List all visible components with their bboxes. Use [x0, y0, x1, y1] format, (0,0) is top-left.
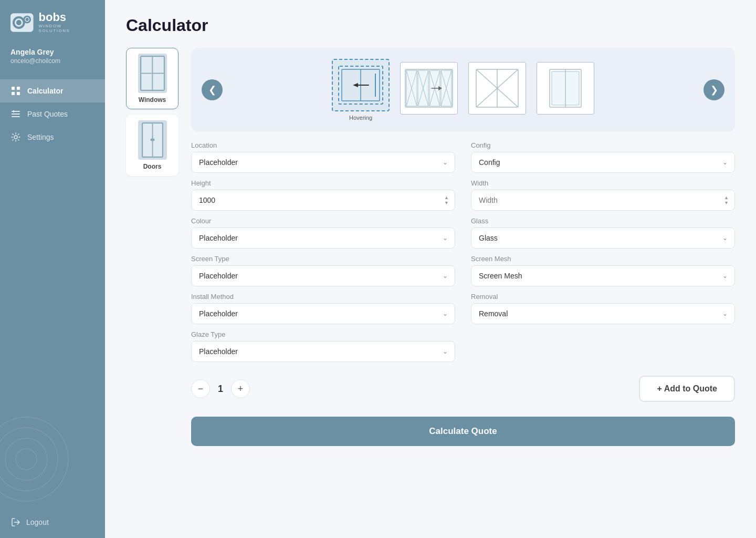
screen-mesh-label: Screen Mesh: [471, 255, 735, 263]
screen-type-group: Screen Type Placeholder ⌄: [191, 255, 455, 286]
windows-label: Windows: [139, 96, 166, 104]
height-label: Height: [191, 179, 455, 187]
svg-rect-12: [13, 110, 14, 112]
svg-rect-8: [17, 92, 20, 95]
svg-rect-23: [142, 74, 151, 89]
carousel-item-hovering[interactable]: Hovering: [332, 59, 390, 121]
category-panel: Windows Doors: [126, 48, 178, 522]
logout-button[interactable]: Logout: [10, 517, 94, 527]
gear-icon: [10, 132, 21, 142]
carousel-item-triangle[interactable]: [468, 62, 526, 118]
category-windows[interactable]: Windows: [126, 48, 178, 109]
chevron-right-icon: ❯: [710, 84, 718, 96]
config-select[interactable]: Config: [471, 152, 735, 173]
logout-label: Logout: [26, 518, 49, 526]
sidebar-nav: Calculator Past Quotes Settings: [0, 75, 105, 506]
screen-type-select-wrapper: Placeholder ⌄: [191, 265, 455, 286]
height-input[interactable]: [191, 190, 455, 211]
quantity-increment-button[interactable]: +: [231, 379, 250, 398]
quantity-decrement-button[interactable]: −: [191, 379, 210, 398]
screen-type-select[interactable]: Placeholder: [191, 265, 455, 286]
screen-mesh-select[interactable]: Screen Mesh: [471, 265, 735, 286]
single-panel-preview: [537, 62, 594, 115]
height-input-wrapper: ▲▼: [191, 190, 455, 211]
user-info: Angela Grey oncelo@choilcom: [0, 43, 105, 75]
logout-icon: [10, 517, 21, 527]
width-group: Width ▲▼: [471, 179, 735, 211]
logo-text-area: bobs WINDOW SOLUTIONS: [39, 12, 94, 33]
triangle-preview: [468, 62, 526, 115]
user-email: oncelo@choilcom: [10, 57, 94, 65]
glass-select[interactable]: Glass: [471, 227, 735, 249]
removal-label: Removal: [471, 293, 735, 301]
screen-mesh-group: Screen Mesh Screen Mesh ⌄: [471, 255, 735, 286]
glaze-type-group: Glaze Type Placeholder ⌄: [191, 330, 455, 362]
doors-image: [138, 120, 167, 160]
removal-select[interactable]: Removal: [471, 303, 735, 324]
svg-point-4: [26, 18, 29, 21]
config-select-wrapper: Config ⌄: [471, 152, 735, 173]
svg-point-30: [152, 139, 154, 141]
carousel-prev-button[interactable]: ❮: [202, 79, 223, 100]
removal-select-wrapper: Removal ⌄: [471, 303, 735, 324]
add-to-quote-button[interactable]: + Add to Quote: [639, 376, 735, 402]
colour-select[interactable]: Placeholder: [191, 227, 455, 249]
quantity-value: 1: [214, 384, 227, 395]
grid-icon: [10, 86, 21, 96]
sidebar-calculator-label: Calculator: [27, 87, 63, 95]
glaze-type-select-wrapper: Placeholder ⌄: [191, 341, 455, 362]
svg-rect-11: [12, 116, 20, 117]
windows-image: [138, 54, 167, 93]
svg-point-13: [14, 136, 17, 139]
multi-panel-preview: [400, 62, 458, 115]
carousel-item-single-panel[interactable]: [537, 62, 594, 118]
carousel-items: Hovering: [228, 59, 698, 121]
svg-rect-9: [12, 111, 20, 112]
width-input[interactable]: [471, 190, 735, 211]
config-panel: ❮: [191, 48, 735, 522]
logo-subtext: WINDOW SOLUTIONS: [39, 24, 94, 33]
category-doors[interactable]: Doors: [126, 115, 178, 176]
form-grid: Location Placeholder ⌄ Config Config: [191, 141, 735, 362]
glaze-type-select[interactable]: Placeholder: [191, 341, 455, 362]
add-to-quote-label: + Add to Quote: [657, 384, 717, 394]
calculate-quote-button[interactable]: Calculate Quote: [191, 417, 735, 446]
sidebar: bobs WINDOW SOLUTIONS Angela Grey oncelo…: [0, 0, 105, 538]
list-icon: [10, 109, 21, 119]
removal-group: Removal Removal ⌄: [471, 293, 735, 324]
main-content: Calculator Windows: [105, 0, 756, 538]
quantity-control: − 1 +: [191, 379, 250, 398]
chevron-left-icon: ❮: [208, 84, 216, 96]
svg-rect-6: [17, 87, 20, 90]
glass-group: Glass Glass ⌄: [471, 217, 735, 249]
svg-rect-10: [12, 113, 20, 115]
location-select[interactable]: Placeholder: [191, 152, 455, 173]
doors-label: Doors: [143, 163, 162, 170]
config-group: Config Config ⌄: [471, 141, 735, 173]
config-label: Config: [471, 141, 735, 149]
location-select-wrapper: Placeholder ⌄: [191, 152, 455, 173]
carousel-next-button[interactable]: ❯: [704, 79, 724, 100]
width-input-wrapper: ▲▼: [471, 190, 735, 211]
svg-point-2: [16, 20, 22, 25]
svg-marker-35: [353, 83, 358, 87]
colour-select-wrapper: Placeholder ⌄: [191, 227, 455, 249]
sidebar-settings-label: Settings: [27, 133, 54, 141]
style-carousel: ❮: [191, 48, 735, 132]
width-label: Width: [471, 179, 735, 187]
svg-rect-24: [153, 74, 163, 89]
sidebar-past-quotes-label: Past Quotes: [27, 110, 68, 118]
sidebar-bottom: Logout: [0, 506, 105, 538]
location-group: Location Placeholder ⌄: [191, 141, 455, 173]
carousel-item-multi-panel[interactable]: [400, 62, 458, 118]
content-area: Windows Doors: [126, 48, 735, 522]
logo-icon: [10, 13, 34, 32]
screen-type-label: Screen Type: [191, 255, 455, 263]
sidebar-item-settings[interactable]: Settings: [0, 126, 105, 149]
install-method-select-wrapper: Placeholder ⌄: [191, 303, 455, 324]
svg-rect-22: [153, 57, 163, 73]
install-method-select[interactable]: Placeholder: [191, 303, 455, 324]
sidebar-item-past-quotes[interactable]: Past Quotes: [0, 102, 105, 126]
colour-label: Colour: [191, 217, 455, 225]
sidebar-item-calculator[interactable]: Calculator: [0, 79, 105, 102]
